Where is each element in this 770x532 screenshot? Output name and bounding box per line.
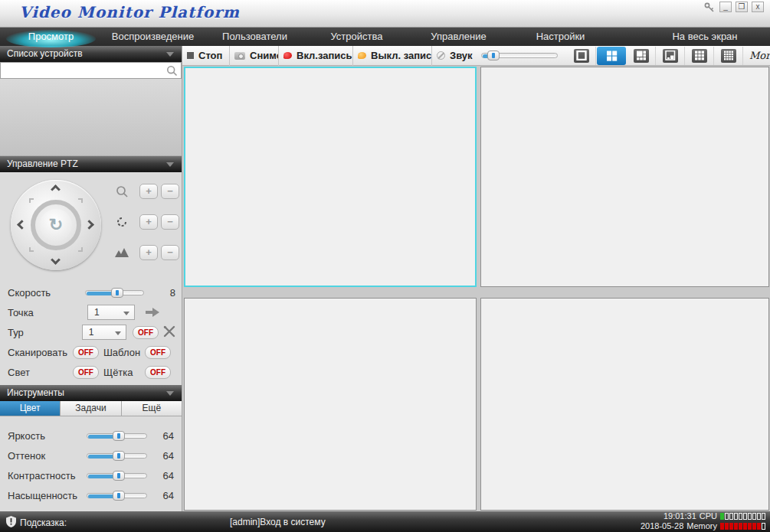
layout-4-button[interactable] bbox=[597, 47, 626, 65]
ptz-focus-row: + − bbox=[113, 212, 182, 232]
ptz-header[interactable]: Управление PTZ bbox=[0, 156, 182, 172]
record-off-label: Выкл. запись bbox=[371, 50, 432, 61]
brightness-slider[interactable] bbox=[87, 431, 147, 441]
ptz-auto-rotate-button[interactable]: ↻ bbox=[40, 209, 72, 241]
nav-tab-fullscreen[interactable]: На весь экран bbox=[647, 28, 762, 46]
device-list-header[interactable]: Список устройств bbox=[0, 46, 182, 62]
record-on-label: Вкл.запись bbox=[297, 50, 352, 61]
mute-icon bbox=[437, 51, 445, 60]
contrast-slider[interactable] bbox=[87, 471, 147, 481]
layout-16-button[interactable] bbox=[714, 47, 743, 65]
stop-button[interactable]: Стоп bbox=[182, 46, 230, 66]
video-pane-1[interactable] bbox=[184, 67, 477, 287]
ptz-downleft-button[interactable] bbox=[29, 247, 34, 252]
iris-icon bbox=[113, 244, 130, 261]
pattern-label: Шаблон bbox=[103, 347, 145, 358]
brush-toggle-button[interactable]: OFF bbox=[145, 366, 171, 379]
layout-1-button[interactable] bbox=[567, 47, 596, 65]
ptz-down-button[interactable] bbox=[51, 255, 61, 265]
nav-tab-playback[interactable]: Воспроизведение bbox=[102, 28, 204, 46]
ptz-joystick[interactable]: ↻ bbox=[11, 180, 101, 270]
volume-slider[interactable] bbox=[481, 51, 558, 60]
light-label: Свет bbox=[8, 367, 73, 378]
focus-icon bbox=[113, 214, 130, 230]
memory-row: 2018-05-28 Memory bbox=[641, 521, 765, 531]
speed-value: 8 bbox=[158, 287, 175, 299]
brightness-value: 64 bbox=[156, 430, 174, 442]
sound-button[interactable]: Звук bbox=[432, 46, 475, 66]
video-toolbar: Стоп Снимок Вкл.запись Выкл. запись Звук bbox=[182, 46, 770, 66]
scan-toggle-button[interactable]: OFF bbox=[73, 346, 99, 359]
record-on-button[interactable]: Вкл.запись bbox=[279, 46, 353, 66]
layout-8-button[interactable] bbox=[656, 47, 685, 65]
hint-area: Подсказка: bbox=[6, 516, 67, 530]
iris-minus-button[interactable]: − bbox=[161, 245, 179, 260]
speed-slider[interactable] bbox=[85, 288, 144, 298]
snapshot-button[interactable]: Снимок bbox=[230, 46, 279, 66]
iris-plus-button[interactable]: + bbox=[139, 245, 158, 260]
layout-buttons bbox=[567, 47, 743, 65]
hue-slider[interactable] bbox=[87, 451, 147, 461]
saturation-row: Насыщенность 64 bbox=[8, 485, 174, 505]
stop-icon bbox=[187, 52, 194, 59]
record-on-icon bbox=[283, 52, 292, 59]
clock-time: 19:01:31 bbox=[664, 511, 696, 521]
shield-icon bbox=[6, 516, 16, 530]
record-off-icon bbox=[358, 52, 366, 59]
nav-tab-management[interactable]: Управление bbox=[408, 28, 510, 46]
video-pane-3[interactable] bbox=[184, 298, 477, 511]
ptz-right-button[interactable] bbox=[84, 220, 94, 230]
zoom-plus-button[interactable]: + bbox=[139, 184, 158, 199]
point-select[interactable]: 1 bbox=[87, 305, 135, 320]
nav-tab-view[interactable]: Просмотр bbox=[0, 28, 102, 46]
tour-select[interactable]: 1 bbox=[82, 325, 126, 340]
hue-label: Оттенок bbox=[8, 450, 87, 462]
ptz-up-button[interactable] bbox=[51, 184, 61, 194]
ptz-left-button[interactable] bbox=[17, 220, 27, 230]
window-controls: _ ❒ x bbox=[703, 2, 764, 14]
nav-tab-settings[interactable]: Настройки bbox=[510, 28, 611, 46]
key-icon[interactable] bbox=[703, 2, 716, 14]
nav-tab-users[interactable]: Пользователи bbox=[204, 28, 306, 46]
tab-color[interactable]: Цвет bbox=[0, 401, 61, 416]
minimize-button[interactable]: _ bbox=[719, 2, 732, 12]
layout-6-button[interactable] bbox=[627, 47, 656, 65]
ptz-iris-row: + − bbox=[113, 243, 182, 263]
device-list[interactable] bbox=[0, 79, 182, 156]
focus-plus-button[interactable]: + bbox=[139, 214, 158, 230]
close-button[interactable]: x bbox=[752, 2, 764, 12]
video-pane-4[interactable] bbox=[480, 298, 769, 511]
tour-settings-icon[interactable] bbox=[163, 325, 175, 340]
ptz-upright-button[interactable] bbox=[78, 198, 83, 203]
snapshot-label: Снимок bbox=[250, 50, 279, 61]
tour-toggle-button[interactable]: OFF bbox=[133, 326, 159, 339]
point-label: Точка bbox=[8, 307, 87, 318]
maximize-button[interactable]: ❒ bbox=[736, 2, 748, 12]
tools-header[interactable]: Инструменты bbox=[0, 385, 182, 401]
layout-1-icon bbox=[574, 49, 589, 63]
light-toggle-button[interactable]: OFF bbox=[73, 366, 99, 379]
search-icon[interactable] bbox=[166, 65, 178, 77]
ptz-downright-button[interactable] bbox=[78, 247, 83, 252]
tab-more[interactable]: Ещё bbox=[122, 401, 182, 416]
zoom-minus-button[interactable]: − bbox=[161, 184, 179, 199]
tab-tasks[interactable]: Задачи bbox=[61, 401, 121, 416]
tour-row: Тур 1 OFF bbox=[8, 322, 175, 342]
saturation-slider[interactable] bbox=[87, 491, 147, 501]
layout-9-button[interactable] bbox=[685, 47, 714, 65]
device-search-input[interactable] bbox=[1, 63, 181, 78]
tools-tabs: Цвет Задачи Ещё bbox=[0, 401, 182, 416]
pattern-toggle-button[interactable]: OFF bbox=[145, 346, 171, 359]
nav-tab-devices[interactable]: Устройства bbox=[306, 28, 408, 46]
layout-8-icon bbox=[663, 49, 678, 63]
focus-minus-button[interactable]: − bbox=[161, 214, 179, 230]
titlebar: Video Monitor Platform _ ❒ x bbox=[0, 0, 770, 28]
goto-point-button[interactable] bbox=[146, 308, 159, 317]
video-grid bbox=[182, 66, 770, 511]
video-pane-2[interactable] bbox=[480, 67, 769, 287]
memory-label: Memory bbox=[686, 521, 717, 531]
hue-value: 64 bbox=[156, 450, 174, 462]
record-off-button[interactable]: Выкл. запись bbox=[353, 46, 432, 66]
ptz-upleft-button[interactable] bbox=[29, 198, 34, 203]
more-layouts-button[interactable]: More bbox=[743, 50, 770, 61]
